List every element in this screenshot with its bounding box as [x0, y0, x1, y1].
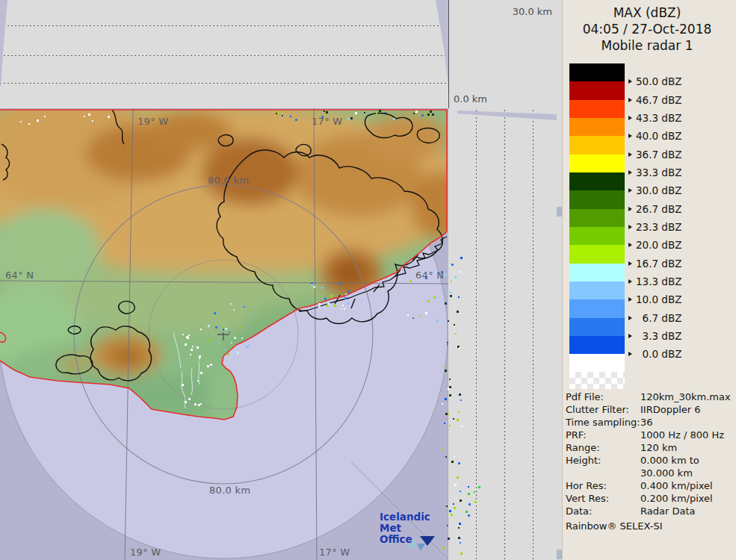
info-row-label: Hor Res:	[566, 479, 640, 492]
map-edge-line	[448, 340, 448, 560]
legend-entry-label: 26.7 dBZ	[636, 203, 681, 215]
legend-color-block	[569, 155, 625, 172]
legend-transparent-block	[569, 372, 625, 389]
scrollbar-thumb[interactable]	[557, 207, 562, 217]
legend-entry-label: 40.0 dBZ	[636, 130, 681, 142]
height-scale-min-label: 0.0 km	[454, 93, 487, 105]
legend-entry-label: 33.3 dBZ	[636, 167, 681, 178]
met-office-pinwheel-icon	[405, 535, 439, 556]
legend-tick-arrow-icon	[628, 116, 632, 120]
profile-sea-wedges	[0, 0, 448, 108]
legend-entry: 30.0 dBZ	[628, 184, 681, 197]
legend-color-block	[569, 209, 625, 227]
scrollbar-track[interactable]	[557, 0, 563, 560]
legend-entry-label: 23.3 dBZ	[636, 221, 681, 233]
legend-color-block	[569, 100, 625, 118]
legend-color-block	[569, 318, 625, 336]
lat-label-64n-left: 64° N	[5, 270, 34, 281]
legend-color-block	[569, 136, 625, 154]
legend-tick-arrow-icon	[628, 352, 632, 356]
legend-tick-arrow-icon	[628, 261, 632, 266]
info-row-value: 0.400 km/pixel	[640, 479, 735, 492]
info-row-label: Pdf File:	[566, 391, 640, 403]
scrollbar-thumb[interactable]	[557, 550, 562, 559]
lon-label-19w-bottom: 19° W	[130, 547, 161, 558]
legend-entry-label: 10.0 dBZ	[636, 293, 681, 305]
legend-color-block	[569, 245, 625, 263]
legend-tick-arrow-icon	[628, 207, 632, 211]
icelandic-met-office-logo: Icelandic Met Office	[380, 511, 447, 545]
info-row-label: Time sampling:	[566, 416, 640, 429]
legend-color-block	[569, 336, 625, 354]
legend-entry: 16.7 dBZ	[628, 257, 681, 270]
legend-entry: 43.3 dBZ	[628, 111, 681, 125]
lat-label-64n-right: 64° N	[415, 270, 444, 281]
info-row-label	[566, 467, 640, 479]
height-gridline	[476, 110, 477, 560]
product-header: MAX (dBZ) 04:05 / 27-Oct-2018 Mobile rad…	[563, 4, 732, 54]
color-scale	[569, 63, 625, 389]
legend-entry: 0.0 dBZ	[628, 347, 681, 361]
info-row-label: Height:	[566, 454, 640, 467]
legend-color-block	[569, 281, 625, 299]
legend-entry-label: 43.3 dBZ	[636, 112, 681, 124]
profile-sea-wedge	[448, 108, 557, 125]
legend-entry: 36.7 dBZ	[628, 148, 681, 161]
legend-entry-label: 6.7 dBZ	[636, 312, 681, 324]
legend-entry: 23.3 dBZ	[628, 220, 681, 234]
legend-entry-label: 3.3 dBZ	[636, 330, 681, 342]
product-title: MAX (dBZ)	[563, 4, 732, 21]
legend-entry-label: 46.7 dBZ	[636, 94, 681, 106]
info-row-value: 120km_30km.max	[640, 391, 735, 403]
legend-entry-label: 13.3 dBZ	[636, 276, 681, 287]
info-row-value: 30.000 km	[640, 467, 735, 479]
info-row-value: Radar Data	[640, 505, 735, 517]
ring-label-80km-bottom: 80.0 km	[209, 485, 250, 496]
height-gridline	[533, 110, 534, 560]
legend-entry-label: 20.0 dBZ	[636, 239, 681, 251]
radar-map[interactable]: 19° W 17° W 80.0 km 64° N 64° N 80.0 km …	[0, 108, 448, 560]
legend-entry: 40.0 dBZ	[628, 129, 681, 143]
legend-tick-arrow-icon	[628, 152, 632, 157]
legend-color-block	[569, 172, 625, 190]
legend-tick-arrow-icon	[628, 316, 632, 320]
legend-entry: 33.3 dBZ	[628, 166, 681, 179]
legend-tick-arrow-icon	[628, 297, 632, 302]
info-row-label: Vert Res:	[566, 492, 640, 505]
legend-sidebar: MAX (dBZ) 04:05 / 27-Oct-2018 Mobile rad…	[557, 0, 736, 560]
legend-color-block	[569, 118, 625, 136]
info-row-label: Clutter Filter:	[566, 403, 640, 416]
legend-color-block	[569, 227, 625, 245]
product-datetime: 04:05 / 27-Oct-2018	[563, 21, 732, 37]
legend-tick-arrow-icon	[628, 188, 632, 193]
legend-entry-label: 36.7 dBZ	[636, 149, 681, 161]
legend-color-block	[569, 264, 625, 281]
ring-label-80km-top: 80.0 km	[208, 175, 249, 186]
legend-entry: 50.0 dBZ	[628, 75, 681, 88]
legend-entry: 6.7 dBZ	[628, 311, 681, 325]
info-row-value: 0.200 km/pixel	[640, 492, 735, 505]
legend-tick-arrow-icon	[628, 279, 632, 284]
lon-label-17w-bottom: 17° W	[319, 547, 350, 558]
info-row-value: 120 km	[640, 441, 735, 454]
legend-color-block	[569, 190, 625, 208]
legend-entry: 10.0 dBZ	[628, 293, 681, 306]
legend-entry: 20.0 dBZ	[628, 238, 681, 252]
height-profile-top-panel	[0, 0, 448, 108]
legend-color-block	[569, 299, 625, 317]
legend-entry-label: 16.7 dBZ	[636, 258, 681, 270]
legend-color-block	[569, 63, 625, 81]
legend-entry: 26.7 dBZ	[628, 202, 681, 216]
height-profile-side-panel	[448, 108, 557, 560]
legend-tick-arrow-icon	[628, 134, 632, 138]
lon-label-17w-top: 17° W	[312, 116, 343, 127]
height-scale-corner-panel: 30.0 km 0.0 km	[448, 0, 557, 108]
info-row-value: 0.000 km to	[640, 454, 735, 467]
height-gridline	[504, 110, 505, 560]
legend-tick-arrow-icon	[628, 98, 632, 102]
legend-color-block	[569, 81, 625, 99]
legend-entry-label: 50.0 dBZ	[636, 75, 681, 87]
info-row-label: Data:	[566, 505, 640, 517]
legend-below-scale-block	[569, 354, 625, 372]
legend-entry: 3.3 dBZ	[628, 329, 681, 343]
